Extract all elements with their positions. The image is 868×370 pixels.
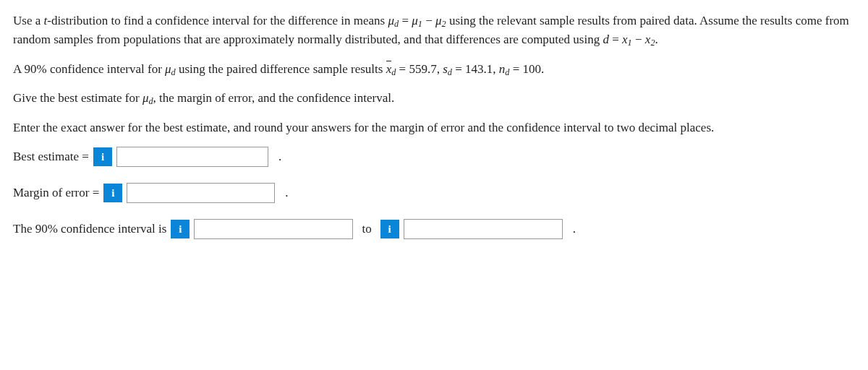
info-icon[interactable]: i — [93, 147, 112, 166]
info-icon[interactable]: i — [380, 220, 399, 238]
text: Use a — [13, 14, 43, 27]
problem-statement-1: Use a t-distribution to find a confidenc… — [13, 12, 855, 50]
val-sd: 143.1 — [465, 62, 493, 76]
text: , the margin of error, and the confidenc… — [153, 91, 395, 105]
mu-d: μd — [142, 91, 153, 105]
text: -distribution to find a confidence inter… — [47, 14, 388, 27]
sub-x1: 1 — [628, 38, 632, 48]
mu-1: μ — [412, 14, 418, 27]
problem-statement-3: Give the best estimate for μd, the margi… — [13, 89, 855, 108]
confidence-interval-row: The 90% confidence interval is i to i . — [13, 219, 855, 239]
ci-lower-input[interactable] — [194, 219, 353, 239]
sub-d: d — [391, 67, 396, 77]
period: . — [285, 184, 288, 202]
margin-of-error-label: Margin of error = — [13, 184, 99, 202]
n-d: nd — [499, 62, 510, 76]
text: using the paired difference sample resul… — [176, 62, 386, 76]
margin-of-error-row: Margin of error = i . — [13, 183, 855, 203]
text: . — [655, 33, 658, 46]
sub-1: 1 — [418, 19, 422, 29]
best-estimate-row: Best estimate = i . — [13, 147, 855, 167]
info-icon[interactable]: i — [103, 184, 122, 202]
info-icon[interactable]: i — [171, 220, 190, 238]
val-xdbar: 559.7 — [409, 62, 436, 76]
best-estimate-input[interactable] — [116, 147, 268, 167]
ci-upper-input[interactable] — [404, 219, 563, 239]
problem-statement-4: Enter the exact answer for the best esti… — [13, 119, 855, 137]
var-d: d — [603, 33, 609, 46]
to-label: to — [362, 220, 371, 238]
mu-d: μd — [388, 14, 399, 27]
mu-2: μ — [435, 14, 442, 27]
period: . — [573, 220, 576, 238]
xbar-d: x — [386, 60, 392, 79]
text: . — [541, 62, 544, 76]
text: Give the best estimate for — [13, 91, 142, 105]
margin-of-error-input[interactable] — [127, 183, 275, 203]
x1: x — [622, 33, 628, 46]
mu-d: μd — [165, 62, 176, 76]
text: A 90% confidence interval for — [13, 62, 165, 76]
s-d: sd — [443, 62, 452, 76]
val-nd: 100 — [523, 62, 542, 76]
period: . — [278, 147, 281, 166]
best-estimate-label: Best estimate = — [13, 147, 89, 166]
ci-label: The 90% confidence interval is — [13, 220, 166, 238]
problem-statement-2: A 90% confidence interval for μd using t… — [13, 60, 855, 79]
